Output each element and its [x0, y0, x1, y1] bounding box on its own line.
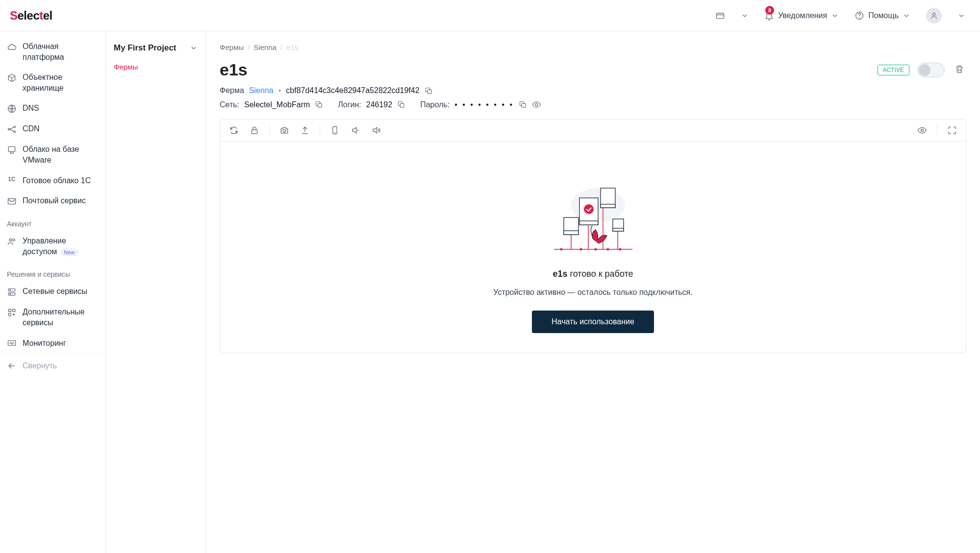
svg-point-44	[584, 204, 594, 214]
status-badge: ACTIVE	[878, 65, 909, 75]
sidebar-item-object-storage[interactable]: Объектное хранилище	[0, 67, 105, 98]
lock-icon	[250, 125, 259, 135]
refresh-button[interactable]	[228, 124, 240, 136]
trash-icon	[955, 64, 964, 74]
upload-icon	[300, 125, 310, 135]
avatar	[926, 8, 942, 24]
help-icon	[854, 11, 864, 21]
cloud-icon	[7, 42, 17, 52]
visibility-button[interactable]	[916, 124, 928, 136]
svg-rect-18	[8, 313, 11, 316]
svg-point-31	[560, 248, 562, 251]
svg-point-6	[14, 126, 15, 128]
topbar: Selectel 8 Уведомления Помощь	[0, 0, 980, 31]
sub-link-farms[interactable]: Фермы	[114, 63, 198, 71]
region-dropdown[interactable]	[736, 9, 754, 23]
sidebar: Облачная платформа Объектное хранилище D…	[0, 31, 106, 553]
lock-button[interactable]	[249, 124, 260, 136]
sidebar-item-cloud-platform[interactable]: Облачная платформа	[0, 36, 105, 67]
sub-sidebar: My First Project Фермы	[106, 31, 206, 553]
svg-point-24	[535, 103, 538, 106]
show-password-button[interactable]	[532, 100, 541, 109]
camera-icon	[279, 125, 289, 135]
breadcrumb: Фермы / Sienna / e1s	[220, 43, 966, 51]
sidebar-item-cdn[interactable]: CDN	[0, 119, 105, 139]
svg-point-5	[8, 129, 10, 130]
svg-rect-43	[579, 221, 598, 225]
account-menu[interactable]	[921, 5, 947, 26]
sidebar-item-1c[interactable]: 1C Готовое облако 1С	[0, 170, 105, 191]
eye-icon	[532, 100, 541, 109]
svg-rect-8	[8, 147, 15, 152]
copy-password-button[interactable]	[519, 100, 527, 109]
card-icon	[715, 11, 725, 21]
copy-icon	[397, 100, 405, 109]
arrow-left-icon	[7, 361, 17, 371]
notification-badge: 8	[765, 6, 774, 15]
power-toggle[interactable]	[917, 63, 945, 77]
copy-login-button[interactable]	[397, 100, 405, 109]
svg-point-7	[14, 131, 15, 133]
breadcrumb-farms[interactable]: Фермы	[220, 43, 244, 51]
login-value: 246192	[366, 100, 392, 109]
svg-point-14	[10, 290, 10, 290]
svg-point-15	[10, 294, 10, 294]
farm-link[interactable]: Sienna	[249, 86, 274, 95]
sidebar-collapse[interactable]: Свернуть	[0, 354, 105, 378]
svg-rect-25	[251, 130, 257, 134]
sidebar-item-additional[interactable]: Дополнительные сервисы	[0, 302, 105, 333]
start-button[interactable]: Начать использование	[532, 311, 654, 333]
svg-rect-48	[613, 228, 624, 231]
layers-icon	[7, 145, 17, 155]
servers-icon	[7, 287, 17, 297]
rotate-button[interactable]	[329, 124, 341, 136]
logo[interactable]: Selectel	[10, 9, 52, 23]
help-button[interactable]: Помощь	[850, 8, 915, 24]
fullscreen-button[interactable]	[946, 124, 958, 136]
copy-icon	[425, 87, 433, 95]
cube-icon	[7, 73, 17, 83]
mail-icon	[7, 196, 17, 206]
expand-icon	[947, 125, 957, 135]
copy-icon	[519, 100, 527, 109]
svg-rect-41	[564, 231, 578, 235]
svg-point-11	[13, 239, 15, 241]
copy-network-button[interactable]	[315, 100, 323, 109]
ready-title: e1s готово к работе	[553, 269, 633, 279]
project-selector[interactable]: My First Project	[114, 43, 198, 53]
ready-subtitle: Устройство активно — осталось только под…	[493, 288, 692, 297]
svg-rect-0	[717, 13, 724, 19]
user-icon	[930, 12, 938, 20]
svg-rect-17	[13, 310, 15, 312]
account-dropdown[interactable]	[953, 9, 970, 23]
svg-rect-23	[522, 103, 526, 107]
billing-button[interactable]	[710, 8, 730, 24]
volume-up-button[interactable]	[370, 124, 382, 136]
upload-button[interactable]	[299, 124, 311, 136]
breadcrumb-sienna[interactable]: Sienna	[253, 43, 276, 51]
sidebar-item-access[interactable]: Управление доступомNew	[0, 231, 105, 262]
volume-low-icon	[351, 125, 360, 135]
ready-illustration	[544, 181, 642, 254]
viewer-toolbar	[220, 120, 966, 142]
sidebar-item-mail[interactable]: Почтовый сервис	[0, 191, 105, 211]
volume-down-button[interactable]	[350, 124, 361, 136]
sidebar-item-vmware[interactable]: Облако на базе VMware	[0, 139, 105, 170]
globe-icon	[7, 104, 17, 114]
device-viewer: e1s готово к работе Устройство активно —…	[220, 119, 966, 353]
page-title: e1s	[220, 60, 870, 79]
svg-point-3	[932, 13, 935, 15]
svg-point-26	[283, 129, 286, 132]
copy-uuid-button[interactable]	[425, 87, 433, 95]
sidebar-item-monitoring[interactable]: Мониторинг	[0, 333, 105, 354]
nodes-icon	[7, 124, 17, 134]
sidebar-item-network[interactable]: Сетевые сервисы	[0, 281, 105, 302]
password-value: • • • • • • • •	[454, 100, 514, 109]
screenshot-button[interactable]	[278, 124, 290, 136]
notifications-button[interactable]: 8 Уведомления	[759, 8, 844, 24]
delete-button[interactable]	[953, 62, 966, 78]
svg-point-2	[859, 17, 860, 18]
sidebar-item-dns[interactable]: DNS	[0, 98, 105, 119]
svg-point-35	[619, 248, 621, 251]
svg-rect-46	[601, 204, 615, 208]
